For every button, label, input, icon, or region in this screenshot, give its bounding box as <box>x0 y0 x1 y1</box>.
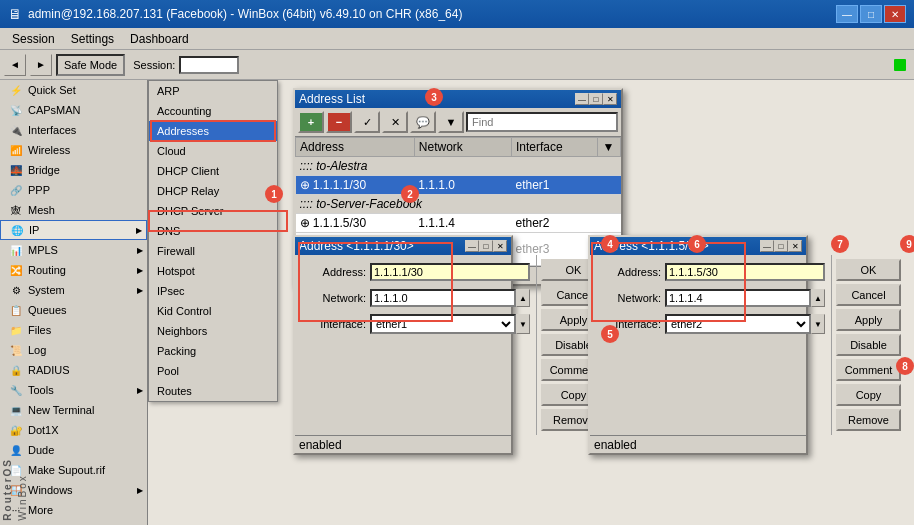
copy-button-2[interactable]: Copy <box>836 384 901 406</box>
minimize-button[interactable]: — <box>836 5 858 23</box>
filter-button[interactable]: ▼ <box>438 111 464 133</box>
addr-dialog1-maximize[interactable]: □ <box>479 240 493 252</box>
network-arrow-button-2[interactable]: ▲ <box>811 289 825 307</box>
addr-dialog2-status: enabled <box>590 435 806 453</box>
brand-labels: RouterOS WinBox <box>2 458 28 521</box>
sidebar-item-interfaces[interactable]: 🔌 Interfaces <box>0 120 147 140</box>
disable-button-2[interactable]: Disable <box>836 334 901 356</box>
addr-dialog1-minimize[interactable]: — <box>465 240 479 252</box>
dropdown-routes[interactable]: Routes <box>149 381 277 401</box>
back-button[interactable]: ◄ <box>4 54 26 76</box>
addr-dialog1-status-text: enabled <box>299 438 342 452</box>
address-input-1[interactable] <box>370 263 530 281</box>
badge-1: 1 <box>265 185 283 203</box>
menu-dashboard[interactable]: Dashboard <box>122 30 197 48</box>
sidebar-item-quick-set[interactable]: ⚡ Quick Set <box>0 80 147 100</box>
bridge-icon: 🌉 <box>8 162 24 178</box>
interface-arrow-button-2[interactable]: ▼ <box>811 314 825 334</box>
col-network: Network <box>414 138 511 157</box>
dropdown-addresses[interactable]: Addresses <box>149 121 277 141</box>
remove-button-2[interactable]: Remove <box>836 409 901 431</box>
sidebar: ⚡ Quick Set 📡 CAPsMAN 🔌 Interfaces 📶 Wir… <box>0 80 148 525</box>
menu-settings[interactable]: Settings <box>63 30 122 48</box>
find-input[interactable] <box>466 112 618 132</box>
forward-button[interactable]: ► <box>30 54 52 76</box>
ok-button-2[interactable]: OK <box>836 259 901 281</box>
cross-button[interactable]: ✕ <box>382 111 408 133</box>
interface-field-row-2: Interface: ether2 ▼ <box>596 313 825 335</box>
interface-arrow-button[interactable]: ▼ <box>516 314 530 334</box>
system-label: System <box>28 284 65 296</box>
network-input-2[interactable] <box>665 289 811 307</box>
sidebar-item-routing[interactable]: 🔀 Routing ▶ <box>0 260 147 280</box>
badge-3: 3 <box>425 88 443 106</box>
sidebar-item-tools[interactable]: 🔧 Tools ▶ <box>0 380 147 400</box>
log-icon: 📜 <box>8 342 24 358</box>
addr-dialog2-title-text: Address <1.1.1.5/30> <box>594 239 760 253</box>
network-input-1[interactable] <box>370 289 516 307</box>
sidebar-item-dude[interactable]: 👤 Dude <box>0 440 147 460</box>
dropdown-pool[interactable]: Pool <box>149 361 277 381</box>
sidebar-item-new-terminal[interactable]: 💻 New Terminal <box>0 400 147 420</box>
address-list-minimize[interactable]: — <box>575 93 589 105</box>
dropdown-packing[interactable]: Packing <box>149 341 277 361</box>
addr-dialog1-close[interactable]: ✕ <box>493 240 507 252</box>
addr-dialog2-minimize[interactable]: — <box>760 240 774 252</box>
col-dropdown[interactable]: ▼ <box>598 138 621 157</box>
interface-select-1[interactable]: ether1 <box>370 314 516 334</box>
maximize-button[interactable]: □ <box>860 5 882 23</box>
addr-dialog2-close[interactable]: ✕ <box>788 240 802 252</box>
comment-button-2[interactable]: Comment <box>836 359 901 381</box>
addr-dialog1-title-text: Address <1.1.1.1/30> <box>299 239 465 253</box>
interface-select-2[interactable]: ether2 <box>665 314 811 334</box>
sidebar-item-ip[interactable]: 🌐 IP ▶ <box>0 220 147 240</box>
sidebar-item-log[interactable]: 📜 Log <box>0 340 147 360</box>
addr-dialog2-maximize[interactable]: □ <box>774 240 788 252</box>
check-button[interactable]: ✓ <box>354 111 380 133</box>
sidebar-item-capsman[interactable]: 📡 CAPsMAN <box>0 100 147 120</box>
address-list-maximize[interactable]: □ <box>589 93 603 105</box>
dropdown-arp[interactable]: ARP <box>149 81 277 101</box>
remove-address-button[interactable]: − <box>326 111 352 133</box>
routing-icon: 🔀 <box>8 262 24 278</box>
sidebar-item-radius[interactable]: 🔒 RADIUS <box>0 360 147 380</box>
files-icon: 📁 <box>8 322 24 338</box>
dropdown-hotspot[interactable]: Hotspot <box>149 261 277 281</box>
address-list-close[interactable]: ✕ <box>603 93 617 105</box>
sidebar-item-files[interactable]: 📁 Files <box>0 320 147 340</box>
add-address-button[interactable]: + <box>298 111 324 133</box>
sidebar-item-bridge[interactable]: 🌉 Bridge <box>0 160 147 180</box>
menu-session[interactable]: Session <box>4 30 63 48</box>
system-icon: ⚙ <box>8 282 24 298</box>
sidebar-item-system[interactable]: ⚙ System ▶ <box>0 280 147 300</box>
table-row[interactable]: ⊕ 1.1.1.5/30 1.1.1.4 ether2 <box>296 214 621 233</box>
apply-button-2[interactable]: Apply <box>836 309 901 331</box>
dropdown-dhcp-server[interactable]: DHCP Server <box>149 201 277 221</box>
sidebar-item-ppp[interactable]: 🔗 PPP <box>0 180 147 200</box>
wireless-label: Wireless <box>28 144 70 156</box>
network-label-2: Network: <box>596 292 661 304</box>
sidebar-item-mesh[interactable]: 🕸 Mesh <box>0 200 147 220</box>
dropdown-ipsec[interactable]: IPsec <box>149 281 277 301</box>
dropdown-dhcp-client[interactable]: DHCP Client <box>149 161 277 181</box>
sidebar-item-dot1x[interactable]: 🔐 Dot1X <box>0 420 147 440</box>
session-box[interactable] <box>179 56 239 74</box>
dropdown-kid-control[interactable]: Kid Control <box>149 301 277 321</box>
dropdown-dns[interactable]: DNS <box>149 221 277 241</box>
dropdown-accounting[interactable]: Accounting <box>149 101 277 121</box>
close-button[interactable]: ✕ <box>884 5 906 23</box>
dropdown-dhcp-relay[interactable]: DHCP Relay <box>149 181 277 201</box>
sidebar-item-wireless[interactable]: 📶 Wireless <box>0 140 147 160</box>
sidebar-item-mpls[interactable]: 📊 MPLS ▶ <box>0 240 147 260</box>
cancel-button-2[interactable]: Cancel <box>836 284 901 306</box>
network-arrow-button[interactable]: ▲ <box>516 289 530 307</box>
comment-button[interactable]: 💬 <box>410 111 436 133</box>
mpls-arrow-icon: ▶ <box>137 246 143 255</box>
dropdown-cloud[interactable]: Cloud <box>149 141 277 161</box>
table-row[interactable]: ⊕ 1.1.1.1/30 1.1.1.0 ether1 <box>296 176 621 195</box>
safe-mode-button[interactable]: Safe Mode <box>56 54 125 76</box>
dropdown-firewall[interactable]: Firewall <box>149 241 277 261</box>
dropdown-neighbors[interactable]: Neighbors <box>149 321 277 341</box>
sidebar-item-queues[interactable]: 📋 Queues <box>0 300 147 320</box>
address-input-2[interactable] <box>665 263 825 281</box>
